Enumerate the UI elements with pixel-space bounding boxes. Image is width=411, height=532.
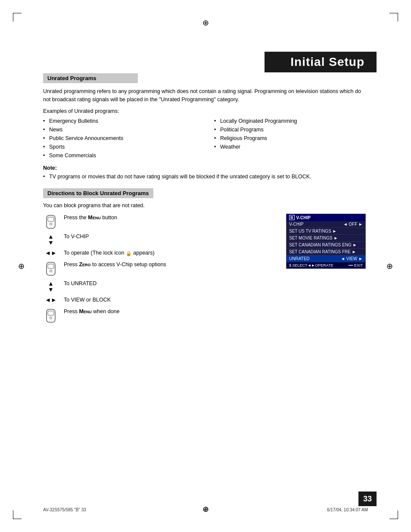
footer-right: 6/17/04, 10:34:07 AM [327, 507, 368, 512]
menu-item-vchip: V-CHIP ◄ OFF ► [286, 221, 365, 228]
main-content: Unrated Programs Unrated programming ref… [43, 73, 368, 327]
remote-icon [45, 215, 57, 229]
section-unrated-programs: Unrated Programs Unrated programming ref… [43, 73, 368, 180]
menu-item-label: SET CANADIAN RATINGS FRE ► [289, 249, 356, 254]
steps-area: Press the Menu button ▲ ▼ To V-CHIP [43, 214, 368, 327]
step-3-text: To operate (The lock icon 🔒 appears) [64, 249, 155, 257]
step-6-icon: ◄► [43, 296, 59, 303]
section1-heading: Unrated Programs [47, 75, 134, 81]
step-7-icon [43, 308, 59, 323]
svg-rect-4 [48, 264, 54, 268]
crosshair-left: ⊕ [18, 261, 25, 271]
list-item: Locally Originated Programming [214, 117, 368, 125]
menu-item-label: SET US TV RATINGS ► [289, 229, 336, 233]
section2-heading: Directions to Block Unrated Programs [47, 190, 149, 196]
list-item: Political Programs [214, 125, 368, 134]
section-directions: Directions to Block Unrated Programs You… [43, 188, 368, 327]
menu-item-canadian-fre: SET CANADIAN RATINGS FRE ► [286, 249, 365, 255]
list-item: Public Service Announcements [43, 134, 197, 143]
examples-heading: Examples of Unrated programs: [43, 108, 368, 114]
step-7-text: Press Menu when done [64, 308, 120, 316]
remote-icon-3 [45, 308, 57, 323]
list-item: Some Commercials [43, 151, 197, 160]
note-text: TV programs or movies that do not have r… [43, 173, 368, 181]
step-4-text: Press Zero to access V-Chip setup option… [64, 261, 166, 269]
remote-icon-2 [45, 261, 57, 276]
page-number-text: 33 [363, 495, 372, 504]
leftright-arrow-icon: ◄► [45, 250, 57, 256]
menu-item-label: V-CHIP [289, 222, 303, 227]
menu-item-label: SET MOVIE RATINGS ► [289, 236, 338, 240]
step-2: ▲ ▼ To V-CHIP [43, 233, 277, 246]
step-6-text: To VIEW or BLOCK [64, 296, 111, 304]
menu-box-title: B V-CHIP [286, 214, 365, 221]
directions-intro: You can block programs that are not rate… [43, 202, 368, 208]
step-1-text: Press the Menu button [64, 214, 117, 222]
bullet-col-left: Emergency Bulletins News Public Service … [43, 117, 197, 160]
svg-rect-1 [48, 217, 54, 221]
menu-item-movie: SET MOVIE RATINGS ► [286, 235, 365, 242]
step-3: ◄► To operate (The lock icon 🔒 appears) [43, 249, 277, 257]
note-label: Note: [43, 165, 368, 171]
bullets-left: Emergency Bulletins News Public Service … [43, 117, 197, 160]
list-item: Weather [214, 143, 368, 151]
step-6: ◄► To VIEW or BLOCK [43, 296, 277, 304]
svg-point-2 [50, 223, 52, 225]
footer-center: ⊕ [203, 505, 208, 512]
updown-arrow-icon-2: ▲ ▼ [48, 280, 54, 292]
list-item: Religious Programs [214, 134, 368, 143]
list-item: Emergency Bulletins [43, 117, 197, 125]
steps-list: Press the Menu button ▲ ▼ To V-CHIP [43, 214, 277, 327]
footer-left: AV-32S575/585 "B" 33 [43, 507, 86, 512]
menu-box: B V-CHIP V-CHIP ◄ OFF ► SET US TV RATING… [286, 214, 366, 269]
menu-item-canadian-eng: SET CANADIAN RATINGS ENG ► [286, 242, 365, 249]
note-section: Note: TV programs or movies that do not … [43, 165, 368, 181]
menu-item-value: ◄ OFF ► [343, 222, 363, 227]
list-item: Sports [43, 143, 197, 151]
step-2-text: To V-CHIP [64, 233, 89, 241]
step-4-icon [43, 261, 59, 276]
step-1: Press the Menu button [43, 214, 277, 229]
step-1-icon [43, 214, 59, 229]
menu-footer-left: $ SELECT◄►OPERATE [289, 263, 333, 268]
menu-title-text: V-CHIP [296, 215, 311, 220]
svg-point-5 [50, 270, 52, 272]
step-2-icon: ▲ ▼ [43, 233, 59, 246]
menu-item-label: SET CANADIAN RATINGS ENG ► [289, 243, 357, 247]
step-5: ▲ ▼ To UNRATED [43, 280, 277, 292]
page-title: Initial Setup [282, 55, 364, 69]
crosshair-right: ⊕ [386, 261, 393, 271]
list-item: News [43, 125, 197, 134]
svg-point-8 [50, 317, 52, 319]
menu-title-icon: B [289, 215, 295, 220]
menu-footer-right: ━━ EXIT [349, 263, 363, 268]
lock-icon: 🔒 [126, 250, 132, 257]
leftright-arrow-icon-2: ◄► [45, 297, 57, 303]
bullet-col-right: Locally Originated Programming Political… [214, 117, 368, 160]
menu-footer: $ SELECT◄►OPERATE ━━ EXIT [286, 262, 365, 268]
menu-item-label: UNRATED [289, 256, 310, 261]
updown-arrow-icon: ▲ ▼ [48, 233, 54, 246]
menu-screen: B V-CHIP V-CHIP ◄ OFF ► SET US TV RATING… [286, 214, 368, 327]
step-7: Press Menu when done [43, 308, 277, 323]
svg-rect-7 [48, 311, 54, 315]
bullet-columns: Emergency Bulletins News Public Service … [43, 117, 368, 160]
step-5-text: To UNRATED [64, 280, 97, 288]
step-3-icon: ◄► [43, 249, 59, 256]
section1-header: Unrated Programs [43, 73, 138, 83]
step-4: Press Zero to access V-Chip setup option… [43, 261, 277, 276]
page-number-badge: 33 [358, 492, 377, 506]
crosshair-top: ⊕ [202, 18, 209, 28]
step-5-icon: ▲ ▼ [43, 280, 59, 292]
menu-item-us-tv: SET US TV RATINGS ► [286, 228, 365, 235]
section1-body: Unrated programming refers to any progra… [43, 87, 368, 104]
menu-item-value: ◄ VIEW ► [341, 256, 363, 261]
page-title-bar: Initial Setup [265, 52, 377, 72]
section2-header: Directions to Block Unrated Programs [43, 188, 153, 198]
bullets-right: Locally Originated Programming Political… [214, 117, 368, 151]
menu-item-unrated: UNRATED ◄ VIEW ► [286, 255, 365, 262]
